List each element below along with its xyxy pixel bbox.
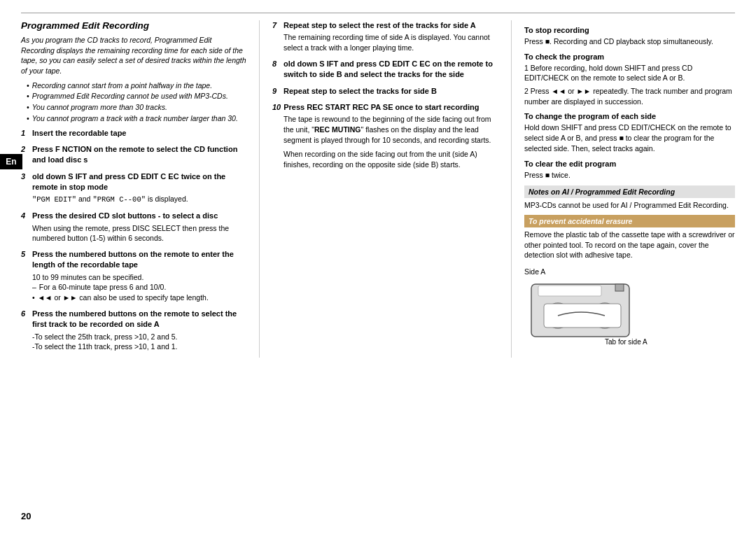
step-10-body1: The tape is rewound to the beginning of … bbox=[284, 114, 498, 145]
bullet-item-2: Programmed Edit Recording cannot be used… bbox=[27, 91, 246, 101]
step-6-sub1: -To select the 25th track, press >10, 2 … bbox=[32, 332, 246, 342]
check-program-section: To check the program 1 Before recording,… bbox=[524, 52, 735, 107]
step-6-num: 6 bbox=[21, 309, 29, 319]
warning-box-body: Remove the plastic tab of the cassette t… bbox=[524, 230, 735, 260]
step-5-sub3: ◄◄ or ►► can also be used to specify tap… bbox=[32, 293, 246, 303]
step-2-num: 2 bbox=[21, 144, 29, 155]
check-program-item1: 1 Before recording, hold down SHIFT and … bbox=[524, 63, 735, 83]
tab-label: Tab for side A bbox=[605, 338, 648, 346]
step-9-num: 9 bbox=[272, 86, 281, 97]
step-10-num: 10 bbox=[272, 102, 281, 113]
step-1-num: 1 bbox=[21, 128, 29, 139]
step-1-text: Insert the recordable tape bbox=[32, 128, 127, 139]
section-title: Programmed Edit Recording bbox=[21, 20, 246, 31]
page-number: 20 bbox=[21, 511, 31, 521]
clear-program-title: To clear the edit program bbox=[524, 160, 735, 168]
top-border bbox=[21, 13, 735, 13]
right-column: To stop recording Press ■. Recording and… bbox=[511, 20, 735, 358]
check-program-title: To check the program bbox=[524, 52, 735, 61]
side-a-label: Side A bbox=[524, 267, 545, 276]
step-6: 6 Press the numbered buttons on the remo… bbox=[21, 309, 246, 352]
step-5-sub2: For a 60-minute tape press 6 and 10/0. bbox=[32, 282, 246, 293]
step-5: 5 Press the numbered buttons on the remo… bbox=[21, 249, 246, 303]
step-8-header: 8 old down S IFT and press CD EDIT C EC … bbox=[272, 59, 498, 80]
notes-box: Notes on AI / Programmed Edit Recording bbox=[524, 185, 735, 198]
step-8: 8 old down S IFT and press CD EDIT C EC … bbox=[272, 59, 498, 80]
step-10-text: Press REC START REC PA SE once to start … bbox=[284, 102, 479, 113]
bullet-item-4: You cannot program a track with a track … bbox=[27, 113, 246, 124]
step-3-text: old down S IFT and press CD EDIT C EC tw… bbox=[32, 171, 246, 193]
step-3-body-text2: is displayed. bbox=[148, 195, 188, 203]
change-program-section: To change the program of each side Hold … bbox=[524, 112, 735, 153]
step-5-num: 5 bbox=[21, 249, 29, 260]
step-7: 7 Repeat step to select the rest of the … bbox=[272, 20, 498, 53]
step-3-body-text: and bbox=[78, 195, 92, 203]
svg-rect-7 bbox=[538, 286, 601, 296]
clear-program-section: To clear the edit program Press ■ twice. bbox=[524, 160, 735, 181]
step-4-header: 4 Press the desired CD slot buttons - to… bbox=[21, 211, 246, 221]
step-4-text: Press the desired CD slot buttons - to s… bbox=[32, 211, 218, 221]
step-7-body: The remaining recording time of side A i… bbox=[284, 32, 498, 52]
step-3-num: 3 bbox=[21, 171, 29, 182]
step-6-text: Press the numbered buttons on the remote… bbox=[32, 309, 246, 330]
step-9-header: 9 Repeat step to select the tracks for s… bbox=[272, 86, 498, 97]
step-5-text: Press the numbered buttons on the remote… bbox=[32, 249, 246, 271]
stop-recording-body: Press ■. Recording and CD playback stop … bbox=[524, 36, 735, 47]
svg-rect-6 bbox=[615, 284, 624, 291]
warning-box: To prevent accidental erasure bbox=[524, 215, 735, 227]
bullet-item-3: You cannot program more than 30 tracks. bbox=[27, 102, 246, 113]
bullet-list: Recording cannot start from a point half… bbox=[27, 80, 246, 124]
bullet-item-1: Recording cannot start from a point half… bbox=[27, 80, 246, 91]
page: En Programmed Edit Recording As you prog… bbox=[0, 0, 756, 534]
step-10-body2: When recording on the side facing out fr… bbox=[284, 149, 498, 169]
stop-recording-title: To stop recording bbox=[524, 26, 735, 34]
warning-box-title: To prevent accidental erasure bbox=[528, 217, 731, 225]
pgm-display-2: "PRGM C--00" bbox=[92, 195, 146, 204]
step-2-text: Press F NCTION on the remote to select t… bbox=[32, 144, 246, 166]
change-program-body: Hold down SHIFT and press CD EDIT/CHECK … bbox=[524, 122, 735, 153]
step-9: 9 Repeat step to select the tracks for s… bbox=[272, 86, 498, 97]
step-7-text: Repeat step to select the rest of the tr… bbox=[284, 20, 476, 31]
pgm-display-1: "PGM EDIT" bbox=[32, 195, 76, 204]
step-6-header: 6 Press the numbered buttons on the remo… bbox=[21, 309, 246, 330]
step-4: 4 Press the desired CD slot buttons - to… bbox=[21, 211, 246, 244]
notes-box-body: MP3-CDs cannot be used for AI / Programm… bbox=[524, 200, 735, 211]
step-3-header: 3 old down S IFT and press CD EDIT C EC … bbox=[21, 171, 246, 193]
step-3-body: "PGM EDIT" and "PRGM C--00" is displayed… bbox=[32, 194, 246, 205]
step-10-header: 10 Press REC START REC PA SE once to sta… bbox=[272, 102, 498, 113]
step-5-header: 5 Press the numbered buttons on the remo… bbox=[21, 249, 246, 271]
clear-program-body: Press ■ twice. bbox=[524, 170, 735, 181]
step-5-sub1: 10 to 99 minutes can be specified. bbox=[32, 272, 246, 283]
notes-box-title: Notes on AI / Programmed Edit Recording bbox=[528, 188, 731, 196]
step-5-body: 10 to 99 minutes can be specified. For a… bbox=[32, 272, 246, 303]
stop-recording-section: To stop recording Press ■. Recording and… bbox=[524, 26, 735, 47]
mid-column: 7 Repeat step to select the rest of the … bbox=[259, 20, 511, 358]
check-program-item2: 2 Press ◄◄ or ►► repeatedly. The track n… bbox=[524, 86, 735, 106]
cassette-diagram: Side A Ta bbox=[524, 267, 735, 346]
left-column: Programmed Edit Recording As you program… bbox=[21, 20, 259, 358]
rec-muting-text: REC MUTING bbox=[314, 125, 361, 134]
svg-rect-5 bbox=[544, 304, 621, 328]
intro-text: As you program the CD tracks to record, … bbox=[21, 35, 246, 76]
step-4-body: When using the remote, press DISC SELECT… bbox=[32, 223, 246, 244]
step-2: 2 Press F NCTION on the remote to select… bbox=[21, 144, 246, 166]
step-8-num: 8 bbox=[272, 59, 281, 69]
step-3: 3 old down S IFT and press CD EDIT C EC … bbox=[21, 171, 246, 205]
step-8-text: old down S IFT and press CD EDIT C EC on… bbox=[284, 59, 498, 80]
step-6-body: -To select the 25th track, press >10, 2 … bbox=[32, 332, 246, 352]
step-2-header: 2 Press F NCTION on the remote to select… bbox=[21, 144, 246, 166]
step-1: 1 Insert the recordable tape bbox=[21, 128, 246, 139]
change-program-title: To change the program of each side bbox=[524, 112, 735, 120]
step-7-header: 7 Repeat step to select the rest of the … bbox=[272, 20, 498, 31]
step-10: 10 Press REC START REC PA SE once to sta… bbox=[272, 102, 498, 170]
step-9-text: Repeat step to select the tracks for sid… bbox=[284, 86, 437, 97]
cassette-svg bbox=[524, 277, 643, 344]
step-6-sub2: -To select the 11th track, press >10, 1 … bbox=[32, 342, 246, 352]
step-7-num: 7 bbox=[272, 20, 281, 31]
step-1-header: 1 Insert the recordable tape bbox=[21, 128, 246, 139]
step-4-num: 4 bbox=[21, 211, 29, 221]
main-columns: Programmed Edit Recording As you program… bbox=[21, 20, 735, 358]
en-badge: En bbox=[0, 154, 22, 169]
